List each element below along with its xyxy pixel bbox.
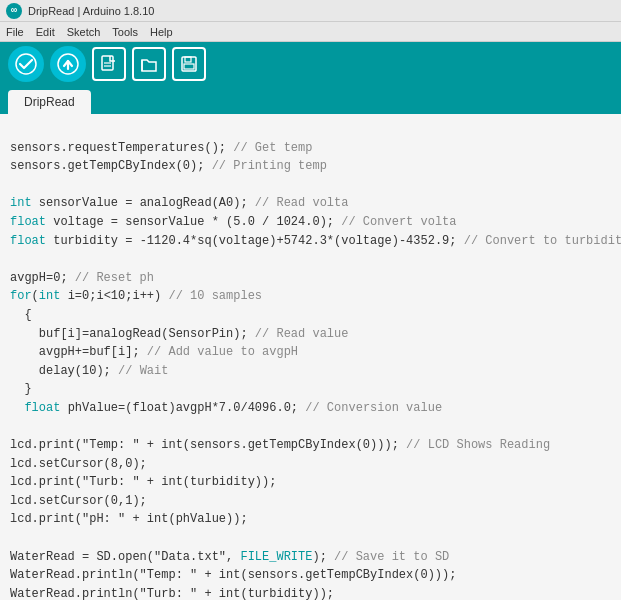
menu-sketch[interactable]: Sketch — [67, 26, 101, 38]
code-line: } — [10, 380, 611, 399]
new-button[interactable] — [92, 47, 126, 81]
verify-button[interactable] — [8, 46, 44, 82]
tab-dripread[interactable]: DripRead — [8, 90, 91, 114]
code-line — [10, 176, 611, 195]
menu-edit[interactable]: Edit — [36, 26, 55, 38]
menu-bar: File Edit Sketch Tools Help — [0, 22, 621, 42]
code-line: lcd.print("Turb: " + int(turbidity)); — [10, 473, 611, 492]
upload-icon — [57, 53, 79, 75]
code-line: for(int i=0;i<10;i++) // 10 samples — [10, 287, 611, 306]
code-line: delay(10); // Wait — [10, 362, 611, 381]
open-button[interactable] — [132, 47, 166, 81]
code-line: int sensorValue = analogRead(A0); // Rea… — [10, 194, 611, 213]
new-file-icon — [100, 55, 118, 73]
code-line — [10, 250, 611, 269]
code-line: avgpH+=buf[i]; // Add value to avgpH — [10, 343, 611, 362]
code-line: float turbidity = -1120.4*sq(voltage)+57… — [10, 232, 611, 251]
svg-rect-9 — [184, 64, 194, 69]
code-line: buf[i]=analogRead(SensorPin); // Read va… — [10, 325, 611, 344]
title-bar-text: DripRead | Arduino 1.8.10 — [28, 5, 154, 17]
menu-help[interactable]: Help — [150, 26, 173, 38]
code-line: WaterRead.println("Temp: " + int(sensors… — [10, 566, 611, 585]
title-bar: ∞ DripRead | Arduino 1.8.10 — [0, 0, 621, 22]
code-editor[interactable]: sensors.requestTemperatures(); // Get te… — [0, 114, 621, 600]
upload-button[interactable] — [50, 46, 86, 82]
code-line: lcd.setCursor(0,1); — [10, 492, 611, 511]
open-folder-icon — [140, 55, 158, 73]
app-icon: ∞ — [6, 3, 22, 19]
tab-label: DripRead — [24, 95, 75, 109]
code-line: WaterRead = SD.open("Data.txt", FILE_WRI… — [10, 548, 611, 567]
menu-tools[interactable]: Tools — [112, 26, 138, 38]
code-line: lcd.setCursor(8,0); — [10, 455, 611, 474]
toolbar — [0, 42, 621, 86]
code-line: { — [10, 306, 611, 325]
code-line: avgpH=0; // Reset ph — [10, 269, 611, 288]
code-line: sensors.requestTemperatures(); // Get te… — [10, 139, 611, 158]
save-button[interactable] — [172, 47, 206, 81]
save-icon — [180, 55, 198, 73]
code-line: sensors.getTempCByIndex(0); // Printing … — [10, 157, 611, 176]
code-line: lcd.print("Temp: " + int(sensors.getTemp… — [10, 436, 611, 455]
code-line: lcd.print("pH: " + int(phValue)); — [10, 510, 611, 529]
menu-file[interactable]: File — [6, 26, 24, 38]
code-line — [10, 418, 611, 437]
code-line — [10, 529, 611, 548]
code-line: float phValue=(float)avgpH*7.0/4096.0; /… — [10, 399, 611, 418]
code-line: float voltage = sensorValue * (5.0 / 102… — [10, 213, 611, 232]
code-line: WaterRead.println("Turb: " + int(turbidi… — [10, 585, 611, 600]
checkmark-icon — [15, 53, 37, 75]
tab-bar: DripRead — [0, 86, 621, 114]
